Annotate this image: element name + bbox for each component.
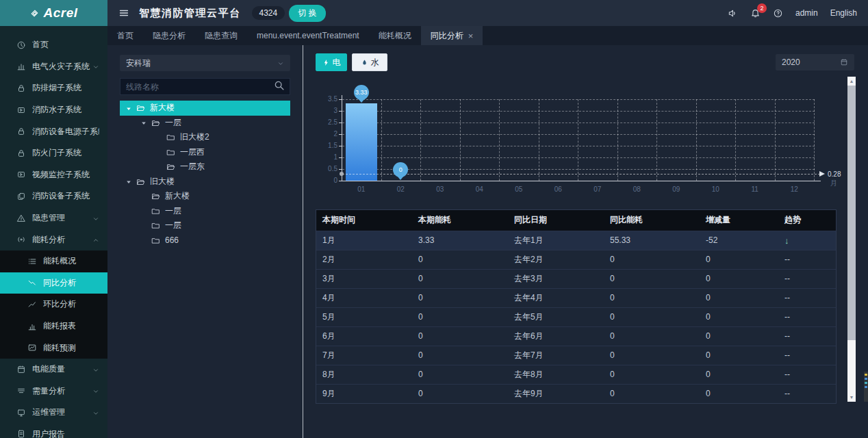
table-row[interactable]: 3月0去年3月00-- <box>316 269 836 288</box>
table-cell: -- <box>778 288 836 307</box>
chevron-down-icon <box>277 60 284 66</box>
language-switch[interactable]: English <box>830 8 857 18</box>
water-tab-button[interactable]: 水 <box>352 53 387 71</box>
yoy-table: 本期时间本期能耗同比日期同比能耗增减量趋势1月3.33去年1月55.33-52↓… <box>316 210 836 403</box>
switch-button[interactable]: 切 换 <box>289 5 325 22</box>
sidebar-item-fire-power[interactable]: 消防设备电源子系统 <box>0 120 107 142</box>
sidebar-item-hazard-management[interactable]: 隐患管理 <box>0 207 107 229</box>
table-cell: -- <box>778 384 836 403</box>
sidebar-item-ops-management[interactable]: 运维管理 <box>0 402 107 424</box>
gridline-h <box>342 111 815 112</box>
sidebar-item-demand-analysis[interactable]: 需量分析 <box>0 381 107 402</box>
tree-node[interactable]: 一层西 <box>120 145 290 160</box>
folder-closed-icon <box>151 221 160 230</box>
table-cell: 7月 <box>316 346 412 365</box>
sidebar-submenu: 能耗概况同比分析环比分析能耗报表能耗预测 <box>0 250 107 359</box>
sidebar-item-energy-forecast[interactable]: 能耗预测 <box>0 337 107 359</box>
caret-down-icon[interactable] <box>140 119 147 126</box>
column-header: 同比能耗 <box>604 210 700 231</box>
sidebar-item-video-monitor[interactable]: 视频监控子系统 <box>0 164 107 186</box>
tab-hazard-analysis[interactable]: 隐患分析 <box>143 26 195 45</box>
search-input[interactable] <box>120 82 273 92</box>
volume-icon[interactable] <box>728 8 738 18</box>
folder-open-icon <box>166 162 175 171</box>
tab-yoy-analysis[interactable]: 同比分析× <box>421 26 483 45</box>
electric-tab-button[interactable]: 电 <box>316 53 347 71</box>
org-select[interactable]: 安科瑞 <box>120 55 290 71</box>
tab-hazard-query[interactable]: 隐患查询 <box>195 26 247 45</box>
tab-energy-overview[interactable]: 能耗概况 <box>369 26 421 45</box>
year-picker[interactable]: 2020 <box>776 54 854 70</box>
sidebar-item-fire-water[interactable]: 消防水子系统 <box>0 99 107 121</box>
sidebar-item-energy-analysis[interactable]: 能耗分析 <box>0 229 107 250</box>
year-value: 2020 <box>782 57 800 67</box>
caret-down-icon[interactable] <box>125 105 132 112</box>
scroll-up-arrow-icon[interactable]: ▲ <box>847 77 856 86</box>
sidebar-item-user-report[interactable]: 用户报告 <box>0 424 107 438</box>
tree-node-label: 666 <box>165 235 179 245</box>
x-tick-label: 10 <box>696 185 736 193</box>
lines-icon <box>16 386 26 396</box>
scroll-down-arrow-icon[interactable]: ▼ <box>847 393 856 402</box>
sidebar-menu: 首页电气火灾子系统防排烟子系统消防水子系统消防设备电源子系统防火门子系统视频监控… <box>0 26 107 438</box>
sidebar-item-fire-door[interactable]: 防火门子系统 <box>0 142 107 164</box>
table-cell: -- <box>778 307 836 326</box>
sidebar-item-electrical-fire[interactable]: 电气火灾子系统 <box>0 56 107 78</box>
help-icon[interactable] <box>773 8 783 18</box>
sidebar-item-fire-equipment[interactable]: 消防设备子系统 <box>0 185 107 207</box>
tab-event-treatment[interactable]: menu.event.eventTreatment <box>247 26 369 45</box>
sidebar-item-yoy-analysis[interactable]: 同比分析 <box>0 272 107 294</box>
sidebar-item-smoke-control[interactable]: 防排烟子系统 <box>0 77 107 99</box>
data-pin-month-02: 0 <box>393 162 408 177</box>
bell-icon[interactable]: 2 <box>750 8 761 18</box>
tree-node[interactable]: 新大楼 <box>120 101 290 116</box>
sidebar-item-mom-analysis[interactable]: 环比分析 <box>0 294 107 315</box>
gridline-h <box>342 157 815 158</box>
vertical-scrollbar[interactable]: ▲ ▼ <box>847 77 856 402</box>
y-tick-label: 2 <box>320 131 337 138</box>
table-row[interactable]: 2月0去年2月00-- <box>316 250 836 269</box>
gridline-v <box>420 99 421 181</box>
tree-node[interactable]: 一层 <box>120 218 290 233</box>
table-row[interactable]: 7月0去年7月00-- <box>316 346 836 365</box>
search-icon[interactable] <box>273 79 290 94</box>
x-tick-label: 08 <box>617 185 657 193</box>
video-icon <box>16 170 26 179</box>
tab-home[interactable]: 首页 <box>107 26 143 45</box>
tree-node[interactable]: 旧大楼 <box>120 175 290 190</box>
y-tick-label: 1.5 <box>320 142 337 149</box>
tree-node[interactable]: 一层 <box>120 204 290 219</box>
close-icon[interactable]: × <box>468 31 474 40</box>
table-row[interactable]: 9月0去年9月00-- <box>316 384 836 403</box>
table-row[interactable]: 1月3.33去年1月55.33-52↓ <box>316 231 836 250</box>
user-menu[interactable]: admin <box>795 8 818 18</box>
tree-node[interactable]: 666 <box>120 233 290 248</box>
table-row[interactable]: 4月0去年4月00-- <box>316 288 836 307</box>
tree-node[interactable]: 旧大楼2 <box>120 130 290 145</box>
sidebar-item-energy-overview[interactable]: 能耗概况 <box>0 250 107 272</box>
minimap-strip <box>864 372 868 402</box>
chart-icon <box>16 62 26 71</box>
sidebar-item-energy-report[interactable]: 能耗报表 <box>0 315 107 337</box>
folder-open-icon <box>151 192 160 201</box>
table-row[interactable]: 6月0去年6月00-- <box>316 326 836 346</box>
table-row[interactable]: 8月0去年8月00-- <box>316 365 836 384</box>
table-cell: 0 <box>700 326 778 346</box>
table-cell: 去年8月 <box>508 365 604 384</box>
scrollbar-thumb[interactable] <box>847 86 856 340</box>
sidebar-item-home[interactable]: 首页 <box>0 34 107 56</box>
tree-node[interactable]: 新大楼 <box>120 189 290 204</box>
top-header: 智慧消防管理云平台 4324 切 换 2 admin English <box>107 0 868 26</box>
main-area: 电 水 2020 00.511.522.5 <box>303 45 868 438</box>
table-row[interactable]: 5月0去年5月00-- <box>316 307 836 326</box>
table-cell: 0 <box>412 346 508 365</box>
sidebar-item-power-quality[interactable]: 电能质量 <box>0 359 107 381</box>
gridline-h <box>342 123 815 123</box>
tree-node[interactable]: 一层东 <box>120 159 290 175</box>
menu-collapse-icon[interactable] <box>118 8 129 18</box>
sidebar-item-label: 视频监控子系统 <box>32 169 99 181</box>
gridline-v <box>814 99 815 181</box>
tree-node[interactable]: 一层 <box>120 116 290 131</box>
x-tick-label: 07 <box>578 185 617 193</box>
caret-down-icon[interactable] <box>125 178 132 185</box>
